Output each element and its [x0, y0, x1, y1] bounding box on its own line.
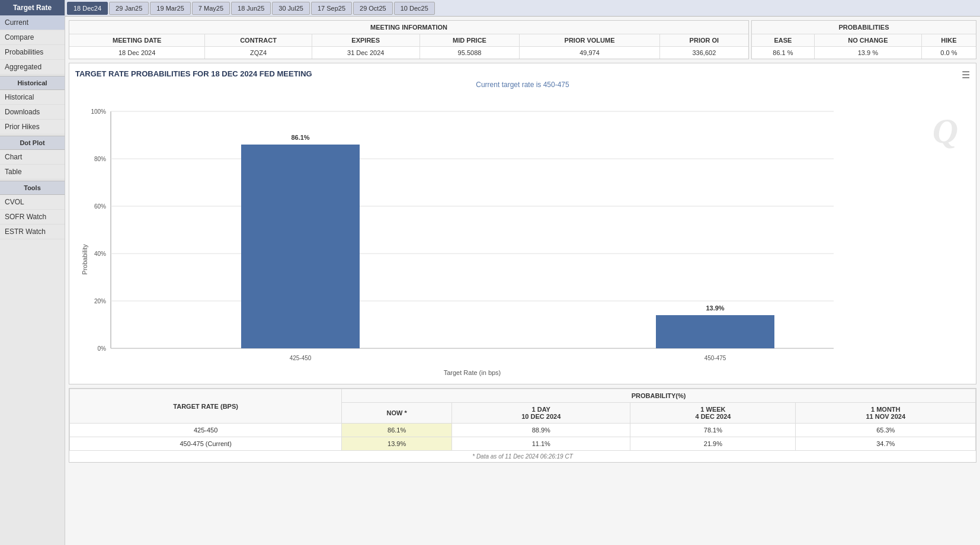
ytick-80: 80%	[94, 156, 106, 162]
th-1day: 1 DAY 10 DEC 2024	[452, 403, 630, 424]
bar-chart: Probability 0% 20% 40%	[75, 94, 846, 378]
cell-no-change: 13.9 %	[814, 47, 921, 59]
week1-425-450: 78.1%	[630, 424, 796, 437]
bar-450-475	[656, 315, 774, 348]
bar-label-450-475: 13.9%	[706, 304, 724, 312]
sidebar-item-compare[interactable]: Compare	[0, 30, 65, 45]
bar-label-425-450: 86.1%	[291, 134, 309, 141]
month1-425-450: 65.3%	[796, 424, 976, 437]
tab-18jun25[interactable]: 18 Jun25	[231, 2, 271, 15]
sidebar-item-table[interactable]: Table	[0, 165, 65, 179]
tab-7may25[interactable]: 7 May25	[192, 2, 230, 15]
chart-menu-icon[interactable]: ☰	[962, 69, 970, 81]
th-target-rate: TARGET RATE (BPS)	[70, 389, 342, 424]
probabilities-header: PROBABILITIES	[752, 21, 976, 34]
date-tabs: 18 Dec24 29 Jan25 19 Mar25 7 May25 18 Ju…	[65, 0, 980, 17]
th-now: NOW *	[342, 403, 452, 424]
th-1week: 1 WEEK 4 DEC 2024	[630, 403, 796, 424]
th-1day-label: 1 DAY	[532, 406, 550, 413]
y-axis-label: Probability	[81, 244, 88, 275]
main-content: 18 Dec24 29 Jan25 19 Mar25 7 May25 18 Ju…	[65, 0, 980, 545]
bar-425-450	[241, 145, 360, 348]
prob-row-425-450: 425-450 86.1% 88.9% 78.1% 65.3%	[70, 424, 976, 437]
sidebar-item-current[interactable]: Current	[0, 15, 65, 30]
cell-prior-oi: 336,602	[659, 47, 748, 59]
th-probability-header: PROBABILITY(%)	[342, 389, 976, 403]
tab-17sep25[interactable]: 17 Sep25	[311, 2, 352, 15]
cell-mid-price: 95.5088	[419, 47, 520, 59]
xtick-425-450: 425-450	[290, 355, 312, 361]
sidebar-item-downloads[interactable]: Downloads	[0, 105, 65, 120]
col-prior-oi: PRIOR OI	[659, 34, 748, 47]
ytick-60: 60%	[94, 203, 106, 210]
th-1month-date: 11 NOV 2024	[866, 413, 905, 420]
col-mid-price: MID PRICE	[419, 34, 520, 47]
tab-18dec24[interactable]: 18 Dec24	[67, 2, 108, 15]
ytick-100: 100%	[91, 108, 106, 115]
prob-row-450-475: 450-475 (Current) 13.9% 11.1% 21.9% 34.7…	[70, 437, 976, 451]
ytick-20: 20%	[94, 298, 106, 304]
now-450-475: 13.9%	[342, 437, 452, 451]
top-info-section: MEETING INFORMATION MEETING DATE CONTRAC…	[69, 20, 976, 59]
sidebar-section-historical: Historical	[0, 76, 65, 90]
day1-450-475: 11.1%	[452, 437, 630, 451]
th-1week-date: 4 DEC 2024	[695, 413, 731, 420]
tab-30jul25[interactable]: 30 Jul25	[272, 2, 310, 15]
content-area: MEETING INFORMATION MEETING DATE CONTRAC…	[65, 17, 980, 545]
th-1month-label: 1 MONTH	[871, 406, 901, 413]
sidebar-item-cvol[interactable]: CVOL	[0, 195, 65, 210]
meeting-info-table: MEETING DATE CONTRACT EXPIRES MID PRICE …	[69, 34, 748, 59]
meeting-info-header: MEETING INFORMATION	[69, 21, 748, 34]
col-contract: CONTRACT	[205, 34, 312, 47]
now-425-450: 86.1%	[342, 424, 452, 437]
sidebar-item-probabilities[interactable]: Probabilities	[0, 45, 65, 60]
chart-container: Probability 0% 20% 40%	[75, 94, 970, 378]
cell-expires: 31 Dec 2024	[312, 47, 419, 59]
day1-425-450: 88.9%	[452, 424, 630, 437]
month1-450-475: 34.7%	[796, 437, 976, 451]
col-no-change: NO CHANGE	[814, 34, 921, 47]
prob-table-section: TARGET RATE (BPS) PROBABILITY(%) NOW * 1…	[69, 388, 976, 463]
col-expires: EXPIRES	[312, 34, 419, 47]
meeting-info-row: 18 Dec 2024 ZQZ4 31 Dec 2024 95.5088 49,…	[69, 47, 748, 59]
data-footnote: * Data as of 11 Dec 2024 06:26:19 CT	[69, 451, 976, 462]
tab-29oct25[interactable]: 29 Oct25	[353, 2, 393, 15]
cell-prior-volume: 49,974	[520, 47, 659, 59]
sidebar-item-chart[interactable]: Chart	[0, 150, 65, 165]
col-meeting-date: MEETING DATE	[69, 34, 205, 47]
th-1week-label: 1 WEEK	[700, 406, 725, 413]
sidebar-item-aggregated[interactable]: Aggregated	[0, 60, 65, 75]
sidebar-item-prior-hikes[interactable]: Prior Hikes	[0, 120, 65, 134]
x-axis-label: Target Rate (in bps)	[444, 369, 501, 376]
ytick-40: 40%	[94, 251, 106, 257]
week1-450-475: 21.9%	[630, 437, 796, 451]
xtick-450-475: 450-475	[704, 355, 726, 361]
rate-425-450: 425-450	[70, 424, 342, 437]
tab-29jan25[interactable]: 29 Jan25	[109, 2, 149, 15]
rate-450-475: 450-475 (Current)	[70, 437, 342, 451]
chart-subtitle: Current target rate is 450-475	[75, 81, 970, 89]
sidebar-header: Target Rate	[0, 0, 65, 15]
col-hike: HIKE	[921, 34, 976, 47]
chart-section: TARGET RATE PROBABILITIES FOR 18 DEC 202…	[69, 63, 976, 384]
cell-meeting-date: 18 Dec 2024	[69, 47, 205, 59]
sidebar-item-historical[interactable]: Historical	[0, 90, 65, 105]
ytick-0: 0%	[98, 345, 107, 352]
sidebar-item-sofr-watch[interactable]: SOFR Watch	[0, 210, 65, 225]
cell-contract: ZQZ4	[205, 47, 312, 59]
tab-19mar25[interactable]: 19 Mar25	[150, 2, 190, 15]
chart-title: TARGET RATE PROBABILITIES FOR 18 DEC 202…	[75, 69, 970, 78]
col-ease: EASE	[752, 34, 814, 47]
cell-hike: 0.0 %	[921, 47, 976, 59]
probabilities-row: 86.1 % 13.9 % 0.0 %	[752, 47, 976, 59]
prob-table: TARGET RATE (BPS) PROBABILITY(%) NOW * 1…	[69, 389, 976, 451]
cell-ease: 86.1 %	[752, 47, 814, 59]
probabilities-table: EASE NO CHANGE HIKE 86.1 % 13.9 % 0.0 %	[752, 34, 976, 59]
sidebar-section-dotplot: Dot Plot	[0, 136, 65, 150]
probabilities-box: PROBABILITIES EASE NO CHANGE HIKE 86.1 %…	[751, 20, 976, 59]
sidebar-item-estr-watch[interactable]: ESTR Watch	[0, 225, 65, 239]
th-1month: 1 MONTH 11 NOV 2024	[796, 403, 976, 424]
sidebar: Target Rate Current Compare Probabilitie…	[0, 0, 65, 545]
meeting-info-box: MEETING INFORMATION MEETING DATE CONTRAC…	[69, 20, 749, 59]
tab-10dec25[interactable]: 10 Dec25	[394, 2, 435, 15]
